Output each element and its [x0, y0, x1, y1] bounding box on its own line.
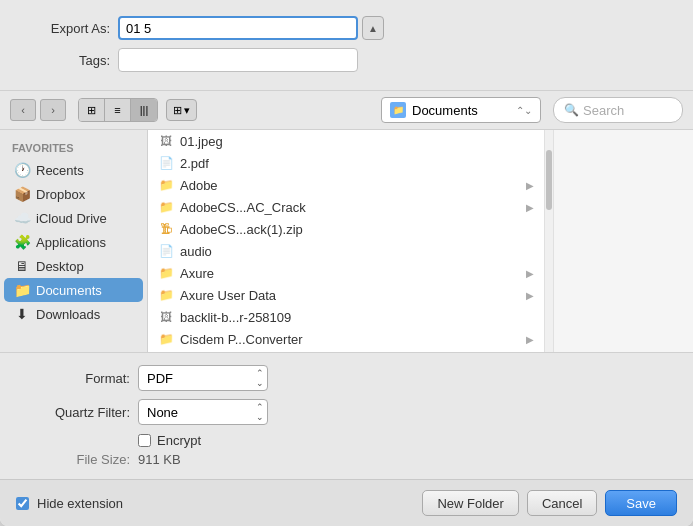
format-select[interactable]: PDF JPEG PNG TIFF: [138, 365, 268, 391]
desktop-icon: 🖥: [14, 258, 30, 274]
file-name: Cisdem P...Converter: [180, 332, 520, 347]
sidebar: Favorites 🕐 Recents 📦 Dropbox ☁️ iCloud …: [0, 130, 148, 352]
list-item[interactable]: 📄 2.pdf: [148, 152, 544, 174]
format-row: Format: PDF JPEG PNG TIFF: [20, 365, 673, 391]
file-size-value: 911 KB: [138, 452, 181, 467]
file-type-icon: 🖼: [158, 133, 174, 149]
file-type-icon: 📄: [158, 243, 174, 259]
arrange-icon: ⊞: [173, 104, 182, 117]
list-item[interactable]: 📁 Cisdem P...Converter ▶: [148, 328, 544, 350]
export-as-input[interactable]: [118, 16, 358, 40]
sidebar-item-dropbox[interactable]: 📦 Dropbox: [4, 182, 143, 206]
list-view-button[interactable]: ≡: [105, 99, 131, 121]
sidebar-label-applications: Applications: [36, 235, 106, 250]
sidebar-item-documents[interactable]: 📁 Documents: [4, 278, 143, 302]
main-content: Favorites 🕐 Recents 📦 Dropbox ☁️ iCloud …: [0, 130, 693, 352]
file-size-label: File Size:: [20, 452, 130, 467]
format-select-wrapper: PDF JPEG PNG TIFF: [138, 365, 268, 391]
chevron-right-icon: ▶: [526, 180, 534, 191]
export-dialog: Export As: ▲ Tags: ‹ › ⊞ ≡ ||| ⊞ ▾ 📁 Doc…: [0, 0, 693, 526]
sidebar-section-title: Favorites: [0, 138, 147, 158]
sidebar-item-downloads[interactable]: ⬇ Downloads: [4, 302, 143, 326]
list-item[interactable]: 🖼 01.jpeg: [148, 130, 544, 152]
search-icon: 🔍: [564, 103, 579, 117]
location-selector[interactable]: 📁 Documents ⌃⌄: [381, 97, 541, 123]
expand-collapse-button[interactable]: ▲: [362, 16, 384, 40]
location-arrows-icon: ⌃⌄: [516, 105, 532, 116]
list-item[interactable]: 📁 Axure User Data ▶: [148, 284, 544, 306]
encrypt-row: Encrypt: [138, 433, 673, 448]
chevron-right-icon: ▶: [526, 334, 534, 345]
sidebar-label-downloads: Downloads: [36, 307, 100, 322]
encrypt-label: Encrypt: [157, 433, 201, 448]
view-toggle: ⊞ ≡ |||: [78, 98, 158, 122]
folder-icon: 📁: [158, 287, 174, 303]
folder-icon: 📁: [158, 331, 174, 347]
export-as-row: Export As: ▲: [20, 16, 673, 40]
file-name: AdobeCS...AC_Crack: [180, 200, 520, 215]
folder-icon: 📁: [158, 177, 174, 193]
sidebar-item-recents[interactable]: 🕐 Recents: [4, 158, 143, 182]
folder-icon: 📁: [158, 265, 174, 281]
sidebar-label-dropbox: Dropbox: [36, 187, 85, 202]
location-name: Documents: [412, 103, 510, 118]
tags-row: Tags:: [20, 48, 673, 72]
list-item[interactable]: 📁 AdobeCS...AC_Crack ▶: [148, 196, 544, 218]
file-name: Axure: [180, 266, 520, 281]
tags-input[interactable]: [118, 48, 358, 72]
forward-button[interactable]: ›: [40, 99, 66, 121]
format-label: Format:: [20, 371, 130, 386]
file-size-row: File Size: 911 KB: [20, 452, 673, 467]
arrange-button[interactable]: ⊞ ▾: [166, 99, 197, 121]
encrypt-checkbox[interactable]: [138, 434, 151, 447]
sidebar-label-desktop: Desktop: [36, 259, 84, 274]
hide-extension-checkbox[interactable]: [16, 497, 29, 510]
chevron-right-icon: ▶: [526, 290, 534, 301]
applications-icon: 🧩: [14, 234, 30, 250]
footer-bar: Hide extension New Folder Cancel Save: [0, 479, 693, 526]
sidebar-item-desktop[interactable]: 🖥 Desktop: [4, 254, 143, 278]
sidebar-item-applications[interactable]: 🧩 Applications: [4, 230, 143, 254]
save-button[interactable]: Save: [605, 490, 677, 516]
hide-extension-label: Hide extension: [37, 496, 123, 511]
chevron-right-icon: ▶: [526, 268, 534, 279]
scrollbar[interactable]: [545, 130, 553, 352]
list-item[interactable]: 📁 Axure ▶: [148, 262, 544, 284]
file-area: 🖼 01.jpeg 📄 2.pdf 📁 Adobe ▶ 📁 AdobeCS...…: [148, 130, 693, 352]
list-item[interactable]: 🗜 AdobeCS...ack(1).zip: [148, 218, 544, 240]
sidebar-label-documents: Documents: [36, 283, 102, 298]
toolbar: ‹ › ⊞ ≡ ||| ⊞ ▾ 📁 Documents ⌃⌄ 🔍 Search: [0, 91, 693, 130]
documents-icon: 📁: [14, 282, 30, 298]
list-item[interactable]: 📄 audio: [148, 240, 544, 262]
tags-label: Tags:: [20, 53, 110, 68]
folder-icon: 📁: [158, 199, 174, 215]
quartz-select[interactable]: None Lightness Decrease Reduce File Size: [138, 399, 268, 425]
sidebar-item-icloud[interactable]: ☁️ iCloud Drive: [4, 206, 143, 230]
scrollbar-thumb[interactable]: [546, 150, 552, 210]
search-box[interactable]: 🔍 Search: [553, 97, 683, 123]
icon-view-button[interactable]: ⊞: [79, 99, 105, 121]
quartz-label: Quartz Filter:: [20, 405, 130, 420]
list-item[interactable]: 📁 Adobe ▶: [148, 174, 544, 196]
quartz-row: Quartz Filter: None Lightness Decrease R…: [20, 399, 673, 425]
zip-icon: 🗜: [158, 221, 174, 237]
file-type-icon: 📄: [158, 155, 174, 171]
file-name: audio: [180, 244, 534, 259]
export-as-label: Export As:: [20, 21, 110, 36]
search-placeholder: Search: [583, 103, 624, 118]
file-name: Adobe: [180, 178, 520, 193]
preview-panel: [553, 130, 693, 352]
dropbox-icon: 📦: [14, 186, 30, 202]
file-name: 2.pdf: [180, 156, 534, 171]
list-item[interactable]: 🖼 backlit-b...r-258109: [148, 306, 544, 328]
file-name: backlit-b...r-258109: [180, 310, 534, 325]
top-section: Export As: ▲ Tags:: [0, 0, 693, 91]
chevron-right-icon: ▶: [526, 202, 534, 213]
column-view-button[interactable]: |||: [131, 99, 157, 121]
cancel-button[interactable]: Cancel: [527, 490, 597, 516]
new-folder-button[interactable]: New Folder: [422, 490, 518, 516]
bottom-section: Format: PDF JPEG PNG TIFF Quartz Filter:…: [0, 352, 693, 479]
back-button[interactable]: ‹: [10, 99, 36, 121]
location-folder-icon: 📁: [390, 102, 406, 118]
icloud-icon: ☁️: [14, 210, 30, 226]
